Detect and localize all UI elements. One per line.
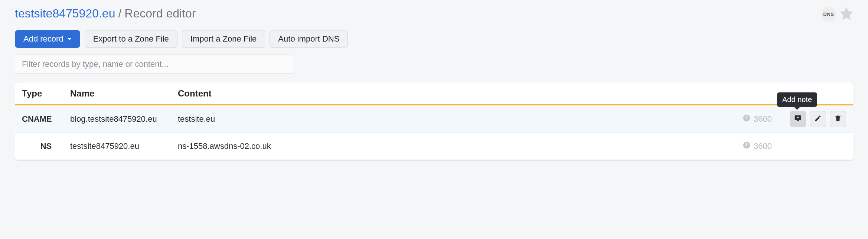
table-row[interactable]: CNAME blog.testsite8475920.eu testsite.e… (15, 105, 853, 133)
table-header: Type Name Content (15, 82, 853, 105)
breadcrumb: testsite8475920.eu / Record editor (15, 7, 196, 20)
records-table: Type Name Content CNAME blog.testsite847… (15, 82, 853, 161)
breadcrumb-separator: / (118, 7, 121, 20)
toolbar: Add record Export to a Zone File Import … (15, 30, 853, 48)
dns-badge[interactable]: DNS (821, 7, 836, 22)
table-row[interactable]: NS testsite8475920.eu ns-1558.awsdns-02.… (15, 133, 853, 160)
filter-input[interactable] (15, 55, 293, 74)
import-zone-button[interactable]: Import a Zone File (182, 30, 265, 48)
record-content: ns-1558.awsdns-02.co.uk (178, 141, 716, 151)
record-ttl-value: 3600 (754, 141, 772, 151)
record-ttl: 3600 (716, 141, 772, 151)
add-note-button[interactable] (790, 111, 806, 127)
clock-icon (743, 141, 751, 151)
record-type: CNAME (22, 114, 70, 124)
delete-button[interactable] (830, 111, 846, 127)
star-icon[interactable] (840, 7, 853, 22)
breadcrumb-domain-link[interactable]: testsite8475920.eu (15, 7, 115, 20)
auto-import-dns-button[interactable]: Auto import DNS (270, 30, 348, 48)
add-record-button[interactable]: Add record (15, 30, 80, 48)
pencil-icon (814, 115, 822, 123)
record-name: testsite8475920.eu (70, 141, 178, 151)
edit-button[interactable] (810, 111, 826, 127)
record-type: NS (22, 141, 70, 151)
trash-icon (834, 115, 842, 123)
column-header-type: Type (22, 88, 70, 99)
record-ttl-value: 3600 (754, 114, 772, 124)
export-zone-button[interactable]: Export to a Zone File (85, 30, 177, 48)
speech-plus-icon (794, 115, 802, 123)
column-header-name: Name (70, 88, 178, 99)
caret-down-icon (67, 38, 72, 40)
record-content: testsite.eu (178, 114, 716, 124)
clock-icon (743, 114, 751, 124)
record-ttl: 3600 (716, 114, 772, 124)
add-record-label: Add record (23, 34, 63, 44)
column-header-content: Content (178, 88, 716, 99)
record-name: blog.testsite8475920.eu (70, 114, 178, 124)
breadcrumb-page: Record editor (124, 7, 196, 20)
